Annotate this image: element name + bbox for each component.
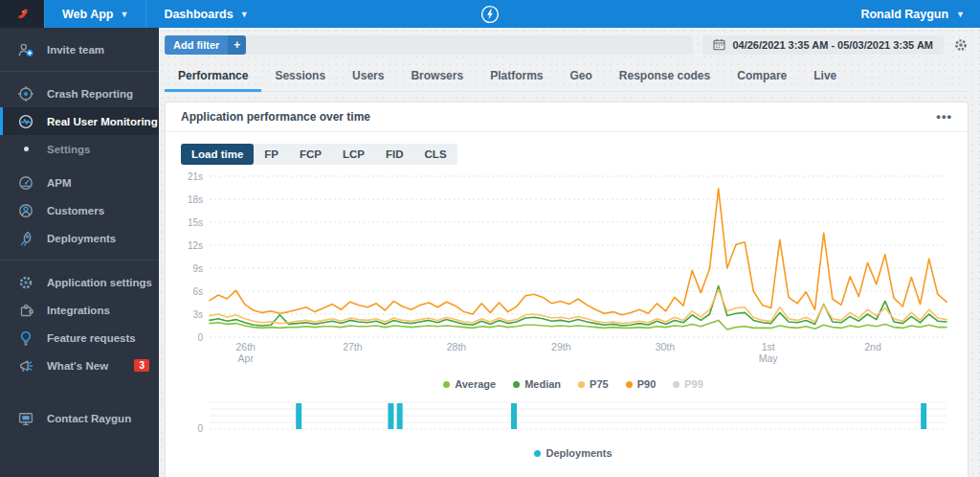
p75-dot [578, 381, 585, 388]
chevron-down-icon: ▼ [240, 10, 249, 19]
sidebar-item-invite-team[interactable]: Invite team [0, 35, 159, 63]
tab-users[interactable]: Users [339, 63, 397, 92]
toggle-cls[interactable]: CLS [414, 144, 457, 165]
toggle-fcp[interactable]: FCP [289, 144, 332, 165]
date-range-value: 04/26/2021 3:35 AM - 05/03/2021 3:35 AM [732, 39, 933, 51]
legend-deployments[interactable]: Deployments [534, 447, 612, 459]
tab-sessions[interactable]: Sessions [261, 63, 339, 92]
legend-p99[interactable]: P99 [673, 378, 703, 390]
sidebar-item-label: Deployments [47, 233, 116, 244]
main-content: Add filter + 04/26/2021 3:35 AM - 05/03/… [159, 28, 980, 477]
real-user-monitoring-icon [17, 113, 34, 130]
chevron-down-icon: ▼ [120, 10, 128, 19]
sidebar-item-label: Invite team [47, 44, 104, 56]
tab-live[interactable]: Live [800, 63, 850, 92]
sidebar-item-contact-raygun[interactable]: Contact Raygun [0, 404, 159, 432]
performance-card: Application performance over time ••• Lo… [165, 102, 969, 477]
crash-reporting-icon [17, 85, 34, 102]
sidebar-item-feature-requests[interactable]: Feature requests [0, 324, 159, 352]
lightning-button[interactable] [480, 5, 500, 24]
deployments-dot [534, 450, 541, 457]
svg-text:6s: 6s [192, 286, 203, 297]
customers-icon [17, 202, 34, 219]
svg-text:0: 0 [197, 423, 203, 434]
median-dot [513, 381, 520, 388]
puzzle-icon [17, 302, 34, 319]
deployments-legend: Deployments [179, 444, 968, 462]
raygun-logo[interactable] [0, 0, 44, 28]
sidebar-item-label: Integrations [47, 305, 110, 316]
legend-p75[interactable]: P75 [578, 378, 609, 390]
legend-p90[interactable]: P90 [626, 378, 657, 390]
dashboards-menu-label: Dashboards [164, 8, 233, 21]
tab-platforms[interactable]: Platforms [477, 63, 556, 92]
sidebar-item-label: What's New [47, 360, 108, 372]
sidebar-item-whats-new[interactable]: What's New 3 [0, 352, 159, 379]
tab-browsers[interactable]: Browsers [397, 63, 477, 92]
sidebar-item-label: Real User Monitoring [47, 116, 158, 127]
svg-text:9s: 9s [192, 263, 203, 274]
sidebar-item-integrations[interactable]: Integrations [0, 296, 159, 324]
svg-text:1st: 1st [762, 341, 775, 352]
calendar-icon [713, 38, 725, 51]
app-switcher-label: Web App [62, 8, 113, 21]
filter-pill: Add filter + [165, 35, 693, 55]
sidebar-item-customers[interactable]: Customers [0, 196, 159, 224]
svg-text:28th: 28th [447, 341, 467, 352]
sidebar-item-application-settings[interactable]: Application settings [0, 268, 159, 296]
legend-average[interactable]: Average [443, 378, 496, 390]
svg-text:18s: 18s [188, 194, 203, 205]
date-range-picker[interactable]: 04/26/2021 3:35 AM - 05/03/2021 3:35 AM [702, 35, 944, 55]
raygun-logo-icon [14, 6, 31, 22]
rocket-icon [17, 230, 34, 247]
svg-text:0: 0 [197, 332, 203, 343]
svg-text:21s: 21s [188, 171, 203, 182]
toggle-fp[interactable]: FP [254, 144, 289, 165]
metric-toggle-group: Load time FP FCP LCP FID CLS [181, 144, 457, 165]
invite-team-icon [17, 41, 34, 58]
sidebar-item-label: Contact Raygun [47, 413, 131, 424]
card-header: Application performance over time ••• [166, 102, 968, 132]
app-switcher[interactable]: Web App ▼ [44, 0, 145, 28]
sidebar-item-settings[interactable]: Settings [0, 135, 159, 163]
chevron-down-icon: ▼ [956, 10, 965, 19]
p90-dot [626, 381, 633, 388]
lightning-icon [480, 5, 500, 24]
svg-text:12s: 12s [188, 240, 203, 251]
legend-median[interactable]: Median [513, 378, 561, 390]
tab-compare[interactable]: Compare [724, 63, 800, 92]
svg-text:3s: 3s [192, 309, 203, 320]
contact-icon [17, 410, 34, 427]
line-chart-canvas: 03s6s9s12s15s18s21s26thApr27th28th29th30… [179, 169, 968, 375]
chart-legend: Average Median P75 P90 P99 [179, 375, 968, 393]
sidebar-item-apm[interactable]: APM [0, 169, 159, 196]
sidebar-item-deployments[interactable]: Deployments [0, 224, 159, 252]
dashboards-menu[interactable]: Dashboards ▼ [145, 0, 265, 28]
sidebar-item-label: APM [47, 177, 72, 189]
sidebar-item-label: Application settings [47, 277, 152, 288]
toggle-lcp[interactable]: LCP [332, 144, 375, 165]
apm-gauge-icon [17, 174, 34, 192]
sidebar-item-real-user-monitoring[interactable]: Real User Monitoring [0, 107, 159, 135]
sidebar-divider [0, 71, 159, 72]
toggle-load-time[interactable]: Load time [181, 144, 254, 165]
tab-performance[interactable]: Performance [165, 63, 261, 92]
performance-chart: 03s6s9s12s15s18s21s26thApr27th28th29th30… [166, 169, 968, 462]
megaphone-icon [17, 357, 34, 375]
add-filter-button[interactable]: Add filter + [165, 35, 246, 55]
p99-dot [673, 381, 679, 388]
tab-response-codes[interactable]: Response codes [606, 63, 724, 92]
dashboard-settings-button[interactable] [953, 37, 969, 53]
gear-icon [953, 37, 969, 53]
user-menu[interactable]: Ronald Raygun ▼ [845, 8, 980, 21]
card-menu-icon[interactable]: ••• [936, 112, 952, 122]
sidebar-item-label: Crash Reporting [47, 88, 133, 100]
deployments-chart-canvas: 0 [179, 393, 968, 444]
report-tabs: Performance Sessions Users Browsers Plat… [165, 63, 969, 92]
tab-geo[interactable]: Geo [557, 63, 606, 92]
bullet-dot [17, 141, 34, 158]
sidebar-item-crash-reporting[interactable]: Crash Reporting [0, 80, 159, 107]
sidebar-item-label: Customers [47, 205, 104, 216]
sidebar-divider [0, 260, 159, 261]
toggle-fid[interactable]: FID [375, 144, 414, 165]
